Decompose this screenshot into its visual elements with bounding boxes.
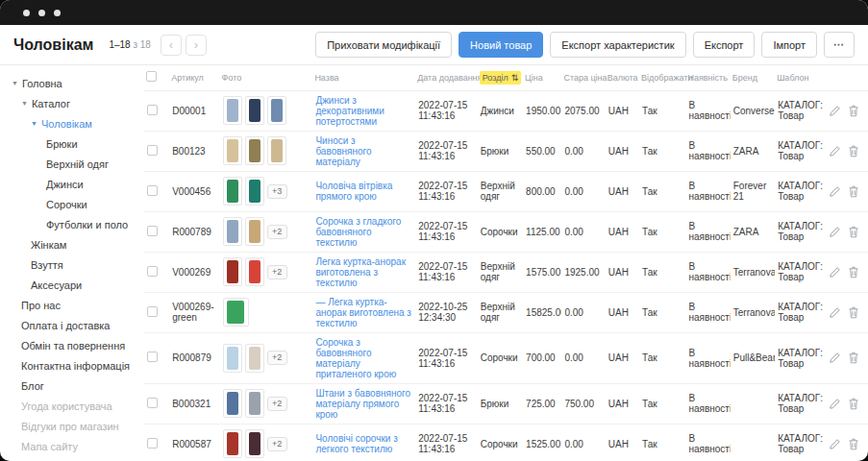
product-name-link[interactable]: Чоловічі сорочки з легкого текстилю xyxy=(315,433,412,454)
product-name-link[interactable]: Джинси з декоративними потертостями xyxy=(315,95,412,127)
more-photos-badge[interactable]: +2 xyxy=(267,265,287,279)
column-header-sku[interactable]: Артикул xyxy=(169,65,219,90)
edit-icon[interactable] xyxy=(829,352,841,364)
delete-icon[interactable] xyxy=(848,352,860,364)
column-header-photo[interactable]: Фото xyxy=(220,65,313,90)
row-checkbox[interactable] xyxy=(147,398,158,408)
delete-icon[interactable] xyxy=(848,105,860,117)
window-control-dot[interactable] xyxy=(23,10,30,16)
sidebar-item[interactable]: Оплата і доставка xyxy=(0,315,144,335)
product-photo[interactable] xyxy=(267,136,286,165)
column-header-display[interactable]: Відображати xyxy=(639,65,685,90)
delete-icon[interactable] xyxy=(848,438,860,450)
select-all-checkbox[interactable] xyxy=(146,71,157,82)
column-header-availability[interactable]: Наявність xyxy=(685,65,730,90)
edit-icon[interactable] xyxy=(829,306,841,319)
delete-icon[interactable] xyxy=(848,266,860,279)
product-photo[interactable] xyxy=(223,298,249,327)
sidebar-item[interactable]: ▼Каталог xyxy=(0,93,144,113)
sidebar-item[interactable]: Відгуки про магазин xyxy=(0,416,144,436)
column-header-old_price[interactable]: Стара ціна xyxy=(561,65,605,90)
edit-icon[interactable] xyxy=(829,266,841,279)
row-checkbox[interactable] xyxy=(147,226,158,236)
product-photo[interactable] xyxy=(245,389,264,418)
product-photo[interactable] xyxy=(245,217,264,246)
sidebar-item[interactable]: Футболки и поло xyxy=(0,214,144,234)
delete-icon[interactable] xyxy=(848,145,860,158)
row-checkbox[interactable] xyxy=(147,438,158,449)
row-checkbox[interactable] xyxy=(147,352,158,362)
product-photo[interactable] xyxy=(223,96,242,125)
sort-icon[interactable]: ⇅ xyxy=(511,73,519,83)
sidebar-item[interactable]: Сорочки xyxy=(0,194,144,214)
product-photo[interactable] xyxy=(245,344,264,373)
row-checkbox[interactable] xyxy=(147,266,158,277)
prev-page-button[interactable]: ‹ xyxy=(161,35,182,56)
more-photos-badge[interactable]: +2 xyxy=(267,225,287,239)
product-photo[interactable] xyxy=(223,344,242,373)
column-header-price[interactable]: Ціна xyxy=(523,65,561,90)
more-actions-button[interactable]: ⋯ xyxy=(824,32,855,58)
sidebar-item[interactable]: ▼Чоловікам xyxy=(0,113,144,133)
export-characteristics-button[interactable]: Експорт характеристик xyxy=(550,32,685,58)
row-checkbox[interactable] xyxy=(147,105,158,115)
sidebar-item[interactable]: Джинси xyxy=(0,174,144,194)
product-name-link[interactable]: — Легка куртка-анорак виготовлена з текс… xyxy=(315,297,412,328)
product-photo[interactable] xyxy=(223,429,242,458)
edit-icon[interactable] xyxy=(829,105,841,117)
product-photo[interactable] xyxy=(245,429,264,458)
product-name-link[interactable]: Сорочка з гладкого бавовняного текстилю xyxy=(315,216,412,248)
sidebar-item[interactable]: Жінкам xyxy=(0,234,144,255)
product-photo[interactable] xyxy=(245,257,264,286)
sidebar-item[interactable]: Угода користувача xyxy=(0,396,144,416)
product-photo[interactable] xyxy=(223,217,242,246)
hide-modifications-button[interactable]: Приховати модифікації xyxy=(315,32,452,58)
product-photo[interactable] xyxy=(267,96,286,125)
delete-icon[interactable] xyxy=(848,306,860,319)
sidebar-item[interactable]: Обмін та повернення xyxy=(0,335,144,355)
column-header-template[interactable]: Шаблон xyxy=(775,65,825,90)
edit-icon[interactable] xyxy=(829,145,841,158)
new-product-button[interactable]: Новий товар xyxy=(459,32,543,58)
import-button[interactable]: Імпорт xyxy=(761,32,817,58)
product-name-link[interactable]: Сорочка з бавовняного матеріалу притален… xyxy=(315,337,412,379)
product-photo[interactable] xyxy=(223,177,242,206)
sidebar-item[interactable]: Блог xyxy=(0,376,144,396)
sidebar-item[interactable]: Брюки xyxy=(0,133,144,154)
edit-icon[interactable] xyxy=(829,438,841,450)
next-page-button[interactable]: › xyxy=(186,35,207,56)
product-name-link[interactable]: Штани з бавовняного матеріалу прямого кр… xyxy=(315,388,412,420)
edit-icon[interactable] xyxy=(829,398,841,410)
product-name-link[interactable]: Чиноси з бавовняного матеріалу xyxy=(315,135,412,167)
row-checkbox[interactable] xyxy=(147,185,158,196)
product-photo[interactable] xyxy=(245,177,264,206)
more-photos-badge[interactable]: +2 xyxy=(267,437,287,451)
row-checkbox[interactable] xyxy=(147,306,158,317)
sidebar-item[interactable]: Про нас xyxy=(0,295,144,315)
product-photo[interactable] xyxy=(223,257,242,286)
edit-icon[interactable] xyxy=(829,185,841,198)
sidebar-item[interactable]: Верхній одяг xyxy=(0,154,144,174)
sidebar-item[interactable]: Аксесуари xyxy=(0,275,144,295)
column-header-section[interactable]: Розділ⇅ xyxy=(478,65,523,90)
more-photos-badge[interactable]: +2 xyxy=(267,351,287,365)
more-photos-badge[interactable]: +2 xyxy=(267,397,287,411)
column-header-brand[interactable]: Бренд xyxy=(731,65,775,90)
window-control-dot[interactable] xyxy=(38,10,45,16)
product-photo[interactable] xyxy=(223,389,242,418)
product-name-link[interactable]: Чоловіча вітрівка прямого крою xyxy=(315,181,412,202)
product-photo[interactable] xyxy=(223,136,242,165)
sidebar-item[interactable]: Мапа сайту xyxy=(0,436,144,456)
edit-icon[interactable] xyxy=(829,226,841,238)
product-photo[interactable] xyxy=(245,96,264,125)
more-photos-badge[interactable]: +3 xyxy=(267,184,287,199)
product-name-link[interactable]: Легка куртка-анорак виготовлена з тексти… xyxy=(315,256,412,288)
product-photo[interactable] xyxy=(245,136,264,165)
sidebar-item[interactable]: Контактна інформація xyxy=(0,355,144,376)
window-control-dot[interactable] xyxy=(54,10,61,16)
sidebar-item[interactable]: Взуття xyxy=(0,255,144,275)
sidebar-item[interactable]: ▼Головна xyxy=(0,73,144,93)
delete-icon[interactable] xyxy=(848,398,860,410)
column-header-date[interactable]: Дата додавання xyxy=(415,65,478,90)
row-checkbox[interactable] xyxy=(147,145,158,156)
